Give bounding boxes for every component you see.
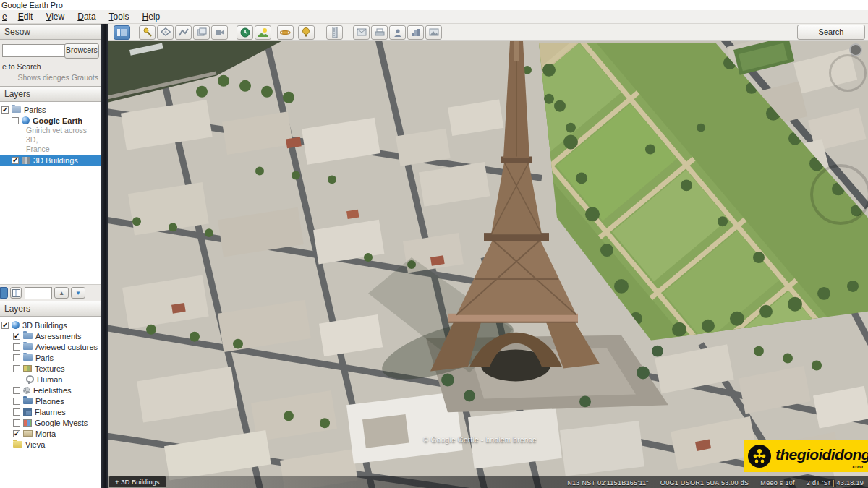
search-results-button[interactable] [0, 287, 8, 299]
checkbox[interactable] [13, 333, 20, 340]
switch-planets-button[interactable] [277, 25, 294, 40]
3d-buildings-chip[interactable]: + 3D Buildings [109, 476, 166, 487]
collapse-button[interactable]: ▲ [54, 287, 69, 299]
checkbox[interactable] [13, 354, 20, 361]
checkbox[interactable] [12, 117, 19, 124]
layer-item-plaones[interactable]: Plaones [0, 395, 101, 406]
save-image-button[interactable] [425, 25, 442, 40]
place-label: Pariss [24, 106, 46, 114]
places-controls: ▲ ▼ [0, 284, 101, 301]
layer-item-felelisthes[interactable]: Felelisthes [0, 385, 101, 395]
aerial-imagery-paris[interactable] [108, 41, 868, 488]
checkbox[interactable] [12, 157, 19, 164]
move-joystick[interactable] [810, 164, 868, 225]
layer-item-3d-buildings[interactable]: 3D Buildings [0, 320, 101, 330]
checkbox[interactable] [13, 419, 20, 427]
add-path-button[interactable] [175, 25, 192, 40]
pushpin-icon [142, 27, 153, 37]
add-image-overlay-button[interactable] [193, 25, 210, 40]
search-go-button[interactable]: Browcers [64, 43, 99, 59]
search-history-link[interactable]: Shows dienges Grauots [18, 73, 98, 82]
layer-label: Google Myests [35, 419, 88, 427]
sidebar: Sesow Browcers e to Search Shows dienges… [0, 24, 101, 488]
menu-file[interactable]: e [0, 11, 12, 23]
snapshot-view-button[interactable] [10, 287, 22, 299]
checkbox[interactable] [13, 365, 20, 372]
places-item-pariss[interactable]: Pariss [0, 104, 101, 115]
title-bar: Google Earth Pro [0, 0, 868, 10]
main-toolbar: Search [108, 24, 868, 41]
path-icon [179, 27, 189, 37]
print-icon [375, 28, 385, 37]
checkbox[interactable] [1, 322, 9, 329]
status-elevation: Meeo s 10f [760, 479, 795, 487]
folder-icon [23, 398, 33, 404]
places-panel-header[interactable]: Layers [0, 86, 101, 102]
status-bar: + 3D Buildings N13 NST 02'1151B165'11" O… [108, 476, 868, 488]
historical-imagery-button[interactable] [237, 25, 253, 40]
menu-view[interactable]: View [39, 11, 71, 23]
layer-item-vieva[interactable]: Vieva [0, 439, 101, 450]
layer-item-morta[interactable]: Morta [0, 428, 101, 439]
record-tour-button[interactable] [211, 25, 228, 40]
user-icon [393, 28, 402, 37]
layer-label: Morta [35, 429, 56, 438]
animation-slider[interactable] [25, 287, 52, 299]
toggle-sidebar-button[interactable] [114, 25, 130, 40]
window-title: Google Earth Pro [1, 1, 63, 9]
layer-item-human[interactable]: Human [0, 374, 101, 385]
print-button[interactable] [371, 25, 388, 40]
thegioididong-logo-text: thegioididong [775, 446, 868, 463]
checkbox[interactable] [13, 408, 20, 416]
layer-label: Textures [35, 364, 65, 373]
place-description: Gnirich vet across 3D, [0, 126, 101, 145]
layer-item-aviewed-custures[interactable]: Aviewed custures [0, 341, 101, 352]
search-hint-text[interactable]: e to Search [2, 62, 41, 71]
checkbox[interactable] [13, 343, 20, 351]
layers-panel-header[interactable]: Layers [0, 301, 101, 317]
map-copyright: © Google Gertle - bnolem brence [423, 436, 537, 444]
menu-data[interactable]: Data [71, 11, 102, 23]
checkbox[interactable] [13, 398, 20, 405]
toolbar-search-button[interactable]: Search [797, 25, 865, 40]
places-item-3d-buildings[interactable]: 3D Buildings [0, 155, 101, 166]
menu-edit[interactable]: Edit [12, 11, 40, 23]
gear-icon [23, 387, 30, 394]
thegioididong-watermark: thegioididong .com [744, 440, 868, 472]
add-placemark-button[interactable] [139, 25, 156, 40]
checkbox[interactable] [13, 387, 20, 394]
earth-viewport[interactable]: © Google Gertle - bnolem brence + 3D Bui… [108, 41, 868, 488]
menu-tools[interactable]: Tools [103, 11, 136, 23]
graph-button[interactable] [407, 25, 424, 40]
buildings-icon [22, 157, 30, 164]
search-input[interactable] [2, 44, 67, 57]
ruler-button[interactable] [326, 25, 343, 40]
checkbox[interactable] [1, 106, 9, 114]
layer-item-google-myests[interactable]: Google Myests [0, 417, 101, 428]
terrain-icon [23, 430, 33, 437]
voyager-button[interactable] [298, 25, 315, 40]
layer-item-asressments[interactable]: Asressments [0, 330, 101, 341]
clock-icon [240, 27, 250, 38]
sidebar-divider[interactable] [101, 24, 108, 488]
layer-item-paris[interactable]: Paris [0, 352, 101, 363]
layers-tree: 3D Buildings Asressments Aviewed custure… [0, 317, 101, 488]
layer-label: Vieva [25, 440, 45, 449]
look-joystick[interactable] [829, 54, 867, 92]
layer-item-flaurnes[interactable]: Flaurnes [0, 406, 101, 417]
up-arrow-icon: ▲ [59, 290, 64, 296]
places-item-google-earth[interactable]: Google Earth [0, 115, 101, 126]
expand-button[interactable]: ▼ [71, 287, 85, 299]
sign-in-button[interactable] [389, 25, 406, 40]
show-sunlight-button[interactable] [255, 25, 271, 40]
checkbox[interactable] [13, 430, 20, 437]
search-panel-header[interactable]: Sesow [0, 24, 101, 40]
planet-icon [280, 27, 291, 37]
textures-icon [23, 365, 32, 372]
balloon-icon [302, 27, 311, 37]
email-button[interactable] [353, 25, 370, 40]
add-polygon-button[interactable] [157, 25, 174, 40]
menu-help[interactable]: Help [136, 11, 167, 23]
layer-item-textures[interactable]: Textures [0, 363, 101, 374]
layer-label: Human [37, 375, 62, 384]
